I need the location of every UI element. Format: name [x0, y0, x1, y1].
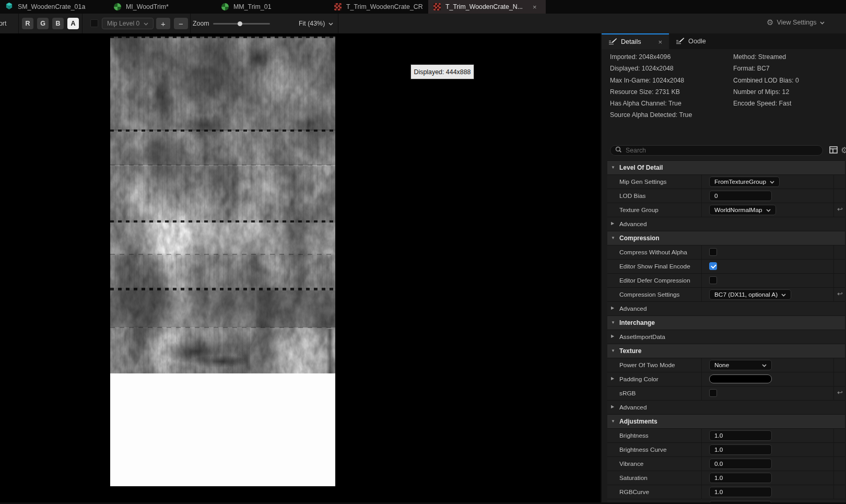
property-label: Editor Defer Compression — [619, 277, 690, 284]
column-divider — [833, 260, 834, 273]
info-text: Source Alpha Detected: True — [610, 109, 692, 121]
column-divider — [833, 471, 834, 485]
asset-tab-mm-trim-01[interactable]: MM_Trim_01 — [216, 0, 329, 14]
view-settings-button[interactable]: ⚙ View Settings — [767, 18, 825, 26]
column-divider — [833, 175, 834, 189]
column-divider — [701, 203, 702, 217]
property-row-advanced[interactable]: ▶Advanced — [607, 301, 845, 315]
saturation-input[interactable]: 1.0 — [709, 473, 772, 483]
editor-show-final-encode-checkbox[interactable] — [709, 262, 717, 270]
close-icon[interactable]: × — [533, 4, 537, 10]
column-divider — [701, 189, 702, 203]
property-row-advanced[interactable]: ▶Advanced — [607, 400, 845, 414]
property-label: Brightness — [619, 432, 649, 439]
info-text: Displayed: 1024x2048 — [610, 63, 674, 74]
info-line: Displayed: 1024x2048Format: BC7 — [602, 63, 846, 74]
zoom-slider-thumb[interactable] — [238, 21, 242, 26]
property-row-mip-gen-settings: Mip Gen SettingsFromTextureGroup — [607, 174, 845, 189]
input-value: 1.0 — [714, 474, 723, 482]
revert-to-default-icon[interactable]: ↩ — [837, 389, 843, 396]
brightness-input[interactable]: 1.0 — [709, 430, 772, 441]
asset-tab-t-trim-woodencrate-cr[interactable]: T_Trim_WoodenCrate_CR — [329, 0, 428, 14]
channel-b-button[interactable]: B — [52, 18, 64, 29]
padding-color-swatch[interactable] — [709, 374, 772, 383]
texture-group-dropdown[interactable]: WorldNormalMap — [709, 205, 776, 215]
texture-toolbar: port RGBA Mip Level 0 + − Zoom Fit (43%)… — [0, 14, 846, 33]
details-tab-oodle[interactable]: Oodle — [669, 33, 713, 49]
info-text: Resource Size: 2731 KB — [610, 86, 680, 98]
channel-r-button[interactable]: R — [22, 18, 33, 29]
zoom-slider[interactable] — [213, 23, 270, 25]
reimport-button[interactable]: port — [0, 20, 6, 27]
column-divider — [701, 288, 702, 301]
chevron-expanded-icon: ▼ — [611, 348, 615, 353]
category-header-level-of-detail[interactable]: ▼Level Of Detail — [607, 160, 845, 174]
details-settings-gear-icon[interactable]: ⚙ — [841, 146, 846, 155]
input-value: 1.0 — [714, 432, 723, 439]
asset-tab-t-trim-woodencrate-n-[interactable]: T_Trim_WoodenCrate_N...× — [428, 0, 546, 14]
editor-defer-compression-checkbox[interactable] — [709, 276, 717, 284]
power-of-two-mode-dropdown[interactable]: None — [709, 360, 772, 370]
column-divider — [701, 372, 702, 386]
rgbcurve-input[interactable]: 1.0 — [709, 487, 772, 497]
mip-level-dropdown[interactable]: Mip Level 0 — [102, 18, 154, 29]
material-icon — [221, 3, 229, 10]
revert-to-default-icon[interactable]: ↩ — [837, 290, 843, 297]
property-label: Padding Color — [619, 376, 659, 383]
chevron-down-icon — [820, 19, 825, 26]
info-text: Imported: 2048x4096 — [610, 51, 671, 63]
category-header-interchange[interactable]: ▼Interchange — [607, 315, 845, 330]
property-row-compress-without-alpha: Compress Without Alpha — [607, 245, 845, 259]
chevron-expanded-icon: ▼ — [611, 165, 615, 170]
column-divider — [833, 457, 834, 471]
dropdown-value: WorldNormalMap — [714, 206, 762, 214]
asset-tab-label: MM_Trim_01 — [233, 3, 272, 10]
property-row-advanced[interactable]: ▶Advanced — [607, 217, 845, 231]
chevron-expanded-icon: ▼ — [611, 419, 615, 424]
fit-dropdown[interactable]: Fit (43%) — [299, 20, 333, 27]
column-divider — [701, 245, 702, 259]
asset-tab-sm-woodencrate-01a[interactable]: SM_WoodenCrate_01a — [0, 0, 109, 14]
channel-a-button[interactable]: A — [67, 18, 79, 29]
close-icon[interactable]: × — [659, 38, 663, 46]
compression-settings-dropdown[interactable]: BC7 (DX11, optional A) — [709, 289, 791, 300]
display-filter-grid-icon[interactable] — [829, 146, 838, 156]
category-header-compression[interactable]: ▼Compression — [607, 231, 845, 245]
property-row-editor-show-final-encode: Editor Show Final Encode — [607, 259, 845, 273]
details-tab-strip: Details×Oodle — [602, 33, 846, 49]
column-divider — [701, 443, 702, 456]
mip-level-checkbox[interactable] — [90, 19, 98, 27]
asset-tab-label: T_Trim_WoodenCrate_N... — [445, 3, 523, 10]
chevron-expanded-icon: ▼ — [611, 236, 615, 240]
category-header-texture[interactable]: ▼Texture — [607, 344, 845, 358]
texture-editor-window: SM_WoodenCrate_01aMI_WoodTrim*MM_Trim_01… — [0, 0, 846, 504]
column-divider — [833, 443, 834, 456]
srgb-checkbox[interactable] — [709, 389, 717, 397]
property-label: Compress Without Alpha — [619, 249, 687, 256]
details-tab-details[interactable]: Details× — [602, 33, 669, 49]
column-divider — [833, 372, 834, 386]
property-label: Advanced — [619, 220, 647, 228]
mip-gen-settings-dropdown[interactable]: FromTextureGroup — [709, 177, 780, 187]
column-divider — [833, 288, 834, 301]
toolbar-divider — [338, 14, 338, 33]
compress-without-alpha-checkbox[interactable] — [709, 248, 717, 256]
revert-to-default-icon[interactable]: ↩ — [837, 206, 843, 213]
mip-minus-button[interactable]: − — [174, 18, 188, 29]
category-header-adjustments[interactable]: ▼Adjustments — [607, 414, 845, 428]
brightness-curve-input[interactable]: 1.0 — [709, 444, 772, 455]
channel-g-button[interactable]: G — [37, 18, 49, 29]
vibrance-input[interactable]: 0.0 — [709, 459, 772, 469]
chevron-collapsed-icon: ▶ — [611, 221, 614, 226]
details-tab-label: Oodle — [688, 38, 706, 45]
property-row-assetimportdata[interactable]: ▶AssetImportData — [607, 330, 845, 344]
info-line: Max In-Game: 1024x2048Combined LOD Bias:… — [602, 75, 846, 86]
texture-viewport[interactable]: Displayed: 444x888 — [0, 33, 601, 504]
column-divider — [701, 457, 702, 471]
dropdown-value: FromTextureGroup — [714, 178, 766, 185]
search-input[interactable]: Search — [610, 145, 823, 156]
asset-tab-mi-woodtrim-[interactable]: MI_WoodTrim* — [109, 0, 216, 14]
column-divider — [833, 274, 834, 287]
lod-bias-input[interactable]: 0 — [709, 191, 772, 201]
mip-plus-button[interactable]: + — [156, 18, 170, 29]
